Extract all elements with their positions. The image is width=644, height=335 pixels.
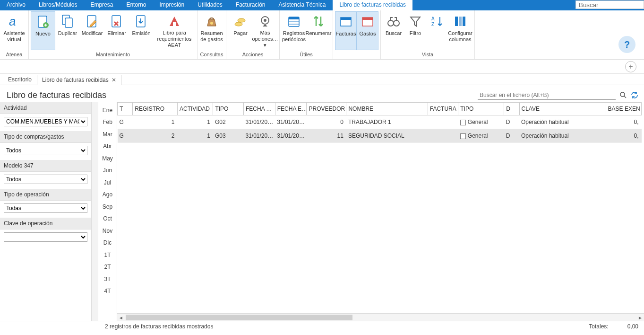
menu-archivo[interactable]: Archivo: [0, 0, 32, 10]
ribbon-label: Gastos: [360, 31, 376, 37]
doctab-libro-de-facturas-recibidas[interactable]: Libro de facturas recibidas✕: [37, 75, 121, 85]
month-ene[interactable]: Ene: [98, 104, 117, 116]
menu-empresa[interactable]: Empresa: [84, 0, 120, 10]
cell: General: [458, 129, 504, 143]
filter-select-clave-de-operaci-n[interactable]: [4, 232, 87, 242]
month-dic[interactable]: Dic: [98, 237, 117, 249]
month-mar[interactable]: Mar: [98, 128, 117, 141]
menu-impresi-n[interactable]: Impresión: [153, 0, 191, 10]
filter-select-tipo-de-compras-gastos[interactable]: Todos: [4, 146, 87, 155]
col-header[interactable]: REGISTRO: [133, 103, 178, 115]
ribbon-pagar[interactable]: Pagar: [228, 11, 253, 50]
month-ago[interactable]: Ago: [98, 189, 117, 201]
close-icon[interactable]: ✕: [112, 77, 116, 83]
month-4t[interactable]: 4T: [98, 285, 117, 298]
ribbon-group-atenea: aAsistente virtualAtenea: [0, 10, 29, 59]
col-header[interactable]: PROVEEDOR: [307, 103, 346, 115]
scroll-right-icon[interactable]: ►: [636, 314, 644, 321]
ribbon-resumen-gastos[interactable]: Resumen de gastos: [199, 11, 224, 50]
month-abr[interactable]: Abr: [98, 141, 117, 153]
ribbon-config-columnas[interactable]: Configurar columnas: [448, 11, 472, 50]
svg-point-10: [235, 22, 242, 26]
ribbon-orden[interactable]: AZ: [426, 11, 448, 50]
global-search-input[interactable]: [575, 0, 644, 9]
help-icon[interactable]: ?: [618, 36, 635, 53]
month-3t[interactable]: 3T: [98, 273, 117, 285]
col-header[interactable]: BASE EXEN: [606, 103, 641, 115]
col-header[interactable]: ACTIVIDAD: [178, 103, 213, 115]
data-grid[interactable]: TREGISTROACTIVIDADTIPOFECHA …FECHA E…PRO…: [117, 102, 644, 313]
col-header[interactable]: TIPO: [458, 103, 504, 115]
month-may[interactable]: May: [98, 152, 117, 165]
svg-rect-8: [173, 22, 176, 26]
search-icon[interactable]: [619, 91, 627, 99]
menu-utilidades[interactable]: Utilidades: [191, 0, 229, 10]
ribbon-asistente-virtual[interactable]: aAsistente virtual: [2, 11, 26, 50]
month-2t[interactable]: 2T: [98, 261, 117, 273]
cell: Operación habitual: [519, 115, 606, 129]
filter-select-tipo-de-operaci-n[interactable]: Todas: [4, 203, 87, 213]
col-header[interactable]: FACTURA: [428, 103, 458, 115]
col-header[interactable]: D: [504, 103, 519, 115]
col-header[interactable]: NOMBRE: [346, 103, 428, 115]
ribbon-modificar[interactable]: Modificar: [80, 11, 104, 50]
ribbon-label: Eliminar: [107, 30, 126, 36]
ribbon-registros-periodicos[interactable]: Registros periódicos: [282, 11, 306, 50]
add-tab-button[interactable]: +: [625, 61, 636, 72]
scroll-thumb[interactable]: [126, 315, 352, 320]
file-search-input[interactable]: [478, 91, 616, 100]
month-oct[interactable]: Oct: [98, 213, 117, 225]
ribbon-mas-opciones[interactable]: Más opciones… ▾: [253, 11, 277, 50]
document-tabs: EscritorioLibro de facturas recibidas✕: [0, 74, 644, 85]
filter-select-modelo-[interactable]: Todos: [4, 175, 87, 184]
ribbon-eliminar[interactable]: Eliminar: [104, 11, 129, 50]
col-header[interactable]: FECHA …: [243, 103, 275, 115]
menu-libro-de-facturas-recibidas[interactable]: Libro de facturas recibidas: [332, 0, 413, 10]
doctab-escritorio[interactable]: Escritorio: [3, 74, 37, 85]
ribbon-label: Emisión: [132, 30, 150, 36]
ribbon-buscar[interactable]: Buscar: [383, 11, 404, 50]
month-1t[interactable]: 1T: [98, 249, 117, 261]
filter-scrollbar[interactable]: [91, 102, 98, 321]
col-header[interactable]: TIPO: [213, 103, 244, 115]
svg-rect-19: [341, 18, 351, 20]
ribbon-gastos[interactable]: Gastos: [357, 11, 378, 50]
ribbon-filtro[interactable]: Filtro: [404, 11, 426, 50]
refresh-icon[interactable]: [631, 91, 638, 99]
ribbon-group-label: Vista: [383, 51, 472, 59]
month-feb[interactable]: Feb: [98, 116, 117, 129]
scroll-left-icon[interactable]: ◄: [117, 314, 125, 321]
alpha-icon: a: [6, 13, 22, 29]
menu-libros-m-dulos[interactable]: Libros/Módulos: [32, 0, 84, 10]
cell: D: [504, 115, 519, 129]
filter-header: Clave de operación: [0, 218, 91, 229]
ribbon-facturas[interactable]: Facturas: [335, 11, 357, 50]
doc-copy-icon: [60, 13, 76, 29]
cell: 1: [178, 115, 213, 129]
menu-entorno[interactable]: Entorno: [120, 0, 153, 10]
ribbon-duplicar[interactable]: Duplicar: [55, 11, 80, 50]
month-jul[interactable]: Jul: [98, 176, 117, 189]
svg-point-13: [264, 19, 266, 22]
col-header[interactable]: CLAVE: [519, 103, 606, 115]
table-row[interactable]: G11G0231/01/20…31/01/20…0TRABAJADOR 1Gen…: [118, 115, 642, 129]
ribbon-emision[interactable]: Emisión: [129, 11, 154, 50]
month-sep[interactable]: Sep: [98, 201, 117, 213]
month-jun[interactable]: Jun: [98, 165, 117, 177]
ribbon-label: Renumerar: [305, 30, 331, 36]
filter-body: [0, 229, 91, 247]
ribbon-nuevo[interactable]: Nuevo: [31, 11, 55, 50]
table-row[interactable]: G21G0331/01/20…31/01/20…11SEGURIDAD SOCI…: [118, 129, 642, 143]
ribbon-renumerar[interactable]: Renumerar: [306, 11, 331, 50]
month-nov[interactable]: Nov: [98, 225, 117, 237]
col-header[interactable]: FECHA E…: [275, 103, 307, 115]
doc-x-icon: [109, 13, 125, 29]
menu-asistencia-t-cnica[interactable]: Asistencia Técnica: [272, 0, 333, 10]
status-bar: 2 registros de facturas recibidas mostra…: [0, 321, 644, 331]
filter-select-actividad[interactable]: COM.MEN.MUEBLES Y MAQUIN.: [4, 117, 87, 126]
horizontal-scrollbar[interactable]: ◄ ►: [117, 313, 644, 321]
ribbon-libro-aeat[interactable]: Libro para requerimientos AEAT: [154, 11, 195, 50]
col-header[interactable]: T: [118, 103, 133, 115]
cell: 0: [307, 115, 346, 129]
menu-facturaci-n[interactable]: Facturación: [229, 0, 272, 10]
